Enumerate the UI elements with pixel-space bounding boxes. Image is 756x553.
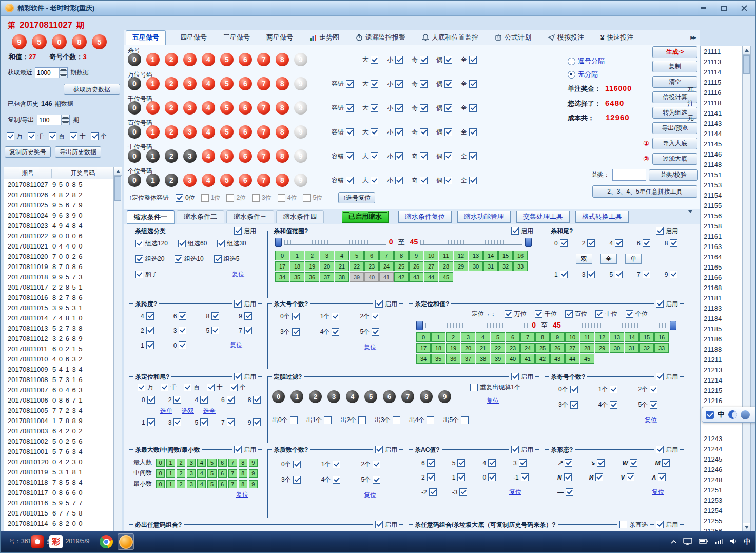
tab-三星做号[interactable]: 三星做号 — [221, 31, 252, 45]
value-cell-5[interactable]: 5 — [207, 480, 216, 488]
checkbox-W[interactable]: W — [622, 459, 637, 467]
value-cell-1[interactable]: 1 — [431, 332, 445, 342]
scroll-up-icon[interactable] — [114, 167, 122, 176]
checkbox-出2个[interactable]: 出2个 — [340, 416, 366, 425]
checkbox-N[interactable]: N — [557, 473, 572, 481]
ball-0[interactable]: 0 — [272, 390, 285, 403]
ball-4[interactable]: 4 — [202, 53, 215, 66]
value-cell-38[interactable]: 38 — [476, 354, 490, 364]
ball-3[interactable]: 3 — [183, 149, 197, 163]
value-cell-8[interactable]: 8 — [535, 332, 550, 342]
checkbox-小[interactable]: 小 — [387, 152, 403, 161]
result-number[interactable]: 21216 — [701, 395, 742, 406]
history-row[interactable]: 201708101146 8 2 0 0 — [4, 518, 114, 528]
copy-export-input[interactable] — [37, 115, 61, 125]
result-number[interactable]: 21151 — [701, 169, 742, 180]
fetch-count-input[interactable] — [35, 68, 59, 78]
history-row[interactable]: 201708110147 4 8 1 0 — [4, 313, 114, 323]
ball-6[interactable]: 6 — [239, 149, 252, 163]
value-cell-24[interactable]: 24 — [520, 343, 535, 353]
reset-link[interactable]: 复位 — [364, 343, 376, 352]
checkbox-3[interactable]: 3 — [168, 418, 182, 426]
value-cell-8[interactable]: 8 — [239, 459, 247, 467]
checkbox-万[interactable]: 万 — [138, 383, 153, 392]
tab-四星做号[interactable]: 四星做号 — [178, 31, 209, 45]
value-cell-7[interactable]: 7 — [228, 480, 237, 488]
ball-6[interactable]: 6 — [239, 77, 252, 90]
result-number[interactable]: 21251 — [701, 485, 742, 495]
checkbox-6[interactable]: 6 — [421, 459, 435, 467]
ball-5[interactable]: 5 — [220, 125, 234, 139]
result-number[interactable]: 21143 — [701, 118, 742, 128]
splice-tool-button[interactable]: 2、3、4、5星任意拼接工具 — [592, 185, 697, 198]
ball-1[interactable]: 1 — [146, 53, 160, 66]
checkbox-0[interactable]: 0 — [142, 396, 155, 404]
value-cell-22[interactable]: 22 — [491, 343, 505, 353]
history-row[interactable]: 201708110229 0 0 0 6 — [4, 231, 114, 241]
battery-icon[interactable] — [699, 538, 709, 546]
value-cell-38[interactable]: 38 — [335, 272, 349, 282]
history-row[interactable]: 201708110076 0 4 6 3 — [4, 385, 114, 395]
ball-1[interactable]: 1 — [146, 101, 160, 115]
ball-1[interactable]: 1 — [146, 174, 160, 187]
value-cell-30[interactable]: 30 — [469, 261, 483, 271]
select-all-button[interactable]: 全 — [600, 254, 617, 264]
value-cell-3[interactable]: 3 — [187, 459, 196, 467]
value-cell-3[interactable]: 3 — [320, 251, 334, 260]
checkbox-组选120[interactable]: 组选120 — [135, 239, 168, 248]
value-cell-35[interactable]: 35 — [431, 354, 445, 364]
value-cell-22[interactable]: 22 — [350, 261, 364, 271]
ball-2[interactable]: 2 — [165, 125, 178, 139]
value-cell-25[interactable]: 25 — [394, 261, 409, 271]
history-row[interactable]: 201708110060 8 6 7 1 — [4, 395, 114, 405]
value-cell-1[interactable]: 1 — [166, 480, 175, 488]
checkbox-7[interactable]: 7 — [221, 418, 235, 426]
value-cell-23[interactable]: 23 — [364, 261, 379, 271]
volume-icon[interactable] — [729, 538, 738, 546]
chevron-up-icon[interactable] — [671, 538, 677, 545]
checkbox-5[interactable]: 5 — [195, 418, 208, 426]
history-row[interactable]: 201708101187 8 5 8 4 — [4, 477, 114, 487]
tab-公式计划[interactable]: 公式计划 — [493, 31, 533, 45]
ball-3[interactable]: 3 — [327, 390, 340, 403]
checkbox-8[interactable]: 8 — [248, 396, 261, 404]
checkbox-偶[interactable]: 偶 — [436, 104, 452, 112]
fetch-count-stepper[interactable] — [35, 67, 68, 78]
value-cell-0[interactable]: 0 — [156, 459, 165, 467]
history-row[interactable]: 201708110210 4 4 0 0 — [4, 241, 114, 251]
value-cell-2[interactable]: 2 — [305, 251, 319, 260]
checkbox-偶[interactable]: 偶 — [436, 152, 452, 161]
value-cell-4[interactable]: 4 — [476, 332, 490, 342]
checkbox-组选30[interactable]: 组选30 — [217, 239, 246, 248]
value-cell-0[interactable]: 0 — [416, 332, 431, 342]
value-cell-31[interactable]: 31 — [483, 261, 498, 271]
tab-五星做号[interactable]: 五星做号 — [126, 30, 166, 45]
ball-0[interactable]: 0 — [128, 149, 141, 163]
history-row[interactable]: 201708110085 7 3 1 6 — [4, 374, 114, 385]
checkbox-1[interactable]: 1 — [452, 473, 466, 481]
result-number[interactable]: 21156 — [701, 211, 742, 221]
ball-9[interactable]: 9 — [294, 77, 307, 90]
history-row[interactable]: 201708110135 2 7 3 8 — [4, 323, 114, 333]
history-row[interactable]: 201708110153 9 5 3 1 — [4, 302, 114, 313]
ball-4[interactable]: 4 — [346, 390, 359, 403]
result-number[interactable]: 21245 — [701, 454, 742, 464]
checkbox-偶[interactable]: 偶 — [436, 55, 452, 64]
value-cell-23[interactable]: 23 — [506, 343, 520, 353]
result-number[interactable]: 21153 — [701, 180, 742, 190]
checkbox-个[interactable]: 个 — [230, 383, 246, 392]
checkbox-1[interactable]: 1 — [142, 418, 155, 426]
ball-7[interactable]: 7 — [257, 149, 270, 163]
checkbox-容错[interactable]: 容错 — [332, 152, 354, 161]
value-cell-11[interactable]: 11 — [439, 251, 453, 260]
result-number[interactable]: 21164 — [701, 252, 742, 262]
history-row[interactable]: 201708101170 8 6 6 0 — [4, 487, 114, 498]
fetch-history-button[interactable]: 获取历史数据 — [64, 84, 120, 95]
checkbox-M[interactable]: M — [655, 459, 670, 467]
history-row[interactable]: 201708110123 2 6 8 9 — [4, 333, 114, 344]
checkbox-大[interactable]: 大 — [362, 104, 378, 112]
value-cell-21[interactable]: 21 — [476, 343, 490, 353]
ball-6[interactable]: 6 — [239, 53, 252, 66]
value-cell-14[interactable]: 14 — [625, 332, 639, 342]
checkbox-小[interactable]: 小 — [387, 55, 403, 64]
